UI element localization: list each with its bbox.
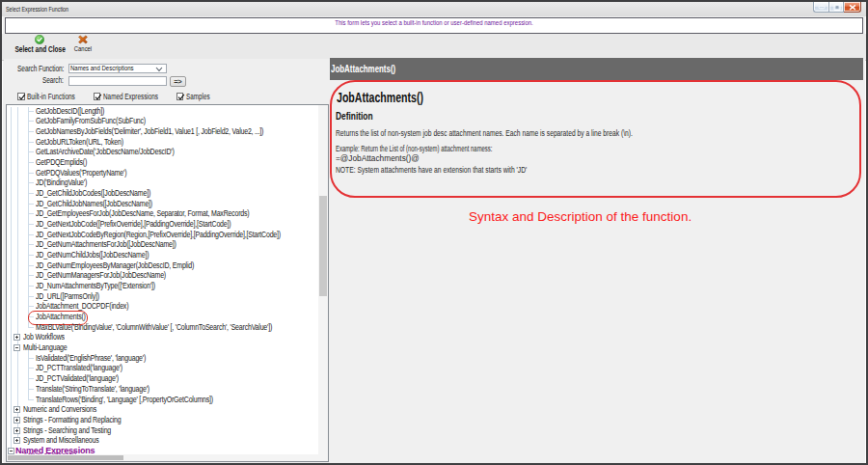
expand-icon[interactable] — [14, 334, 20, 341]
tree-connector — [28, 358, 35, 359]
tree-item-label: GetJobFamilyFromSubFunc(SubFunc) — [36, 116, 146, 126]
tree-item-jd-getemployeesforjob-jobdescname-separator-format-maxrecords[interactable]: JD_GetEmployeesForJob(JobDescName, Separ… — [7, 208, 329, 219]
tree-item-jd-getnumemployeesbymanager-jobdescid-emplid[interactable]: JD_GetNumEmployeesByManager(JobDescID, E… — [7, 260, 329, 271]
close-button[interactable] — [844, 2, 861, 13]
expand-icon[interactable] — [14, 437, 20, 444]
search-go-button[interactable]: => — [170, 76, 187, 87]
minimize-icon — [814, 2, 829, 14]
definition-body-line: Returns the list of non-system job desc … — [336, 128, 633, 138]
tree-item-jd-getchildjobcodes-jobdescname[interactable]: JD_GetChildJobCodes([JobDescName]) — [7, 188, 329, 199]
tree-item-jd-getnextjobcodebyregion-region-prefixoverride-paddingoverride-startcode[interactable]: JD_GetNextJobCodeByRegion(Region,[Prefix… — [7, 230, 329, 240]
tree-connector — [28, 213, 35, 214]
tree-item-getlastarchivedate-jobdescname-jobdescid[interactable]: GetLastArchiveDate('JobDescName/JobDescI… — [7, 147, 329, 157]
tree-connector — [28, 389, 35, 390]
tree-item-maxblvalue-bindingvalue-columnwithvalue-columntosearch-searchvalue[interactable]: MaxBLValue('BindingValue', 'ColumnWithVa… — [7, 322, 329, 333]
tree-item-numeric-and-conversions[interactable]: Numeric and Conversions — [7, 404, 329, 415]
tree-item-label: GetJobURLToken(URL, Token) — [36, 137, 123, 148]
cancel-x-icon — [78, 35, 88, 44]
checkbox-checked-icon[interactable] — [176, 93, 184, 100]
syntax-annotation: Syntax and Description of the function. — [469, 209, 692, 224]
tree-item-label: JD_GetNextJobCode([PrefixOverride],[Padd… — [36, 219, 231, 230]
tree-item-jd-getnumchildjobs-jobdescname[interactable]: JD_GetNumChildJobs([JobDescName]) — [7, 250, 329, 260]
tree-item-label: JD_GetChildJobCodes([JobDescName]) — [36, 188, 150, 199]
tree-connector — [28, 286, 35, 287]
maximize-button[interactable] — [828, 2, 844, 13]
tree-item-getpdqvalues-propertyname[interactable]: GetPDQValues('PropertyName') — [7, 168, 329, 178]
tree-connector — [28, 121, 35, 122]
tree-connector — [28, 111, 35, 112]
tree-item-jd-getnummanagersforjob-jobdescname[interactable]: JD_GetNumManagersForJob(JobDescName) — [7, 270, 329, 281]
info-banner-text: This form lets you select a built-in fun… — [114, 18, 754, 28]
selected-function-header-text: JobAttachments() — [331, 64, 395, 74]
cancel-button[interactable]: Cancel — [66, 35, 100, 60]
tree-connector — [28, 327, 35, 328]
tree-connector — [28, 399, 35, 400]
expand-icon[interactable] — [14, 406, 20, 413]
tree-item-label: JD_GetNumEmployeesByManager(JobDescID, E… — [36, 260, 194, 271]
tree-item-jd-getchildjobnames-jobdescname[interactable]: JD_GetChildJobNames([JobDescName]) — [7, 199, 329, 209]
tree-item-strings-searching-and-testing[interactable]: Strings - Searching and Testing — [7, 425, 329, 436]
tree-item-getjoburltoken-url-token[interactable]: GetJobURLToken(URL, Token) — [7, 137, 329, 148]
maximize-icon — [829, 2, 845, 14]
window-title: Select Expression Function — [6, 5, 68, 14]
tree-item-label: JD_GetChildJobNames([JobDescName]) — [36, 199, 152, 209]
selected-function-header: JobAttachments() — [330, 58, 863, 80]
tree-item-jd-pctvalidated-language[interactable]: JD_PCTValidated('language') — [7, 373, 329, 384]
tree-item-jd-getnumattachmentsforjob-jobdescname[interactable]: JD_GetNumAttachmentsForJob([JobDescName]… — [7, 239, 329, 250]
tree-item-label: JD_GetNumManagersForJob(JobDescName) — [36, 270, 166, 281]
tree-connector — [28, 131, 35, 132]
example-line-2: =@JobAttachments()@ — [336, 153, 420, 163]
tree-item-multi-language[interactable]: Multi-Language — [7, 342, 329, 353]
tree-item-jd-url-parmsonly[interactable]: JD_URL([ParmsOnly]) — [7, 291, 329, 302]
tree-item-translaterows-binding-language-propertyorgetcolumns[interactable]: TranslateRows('Binding', 'Language' [,Pr… — [7, 395, 329, 405]
definition-label: Definition — [336, 110, 373, 122]
tree-vertical-scrollbar[interactable] — [318, 105, 328, 461]
tree-item-getjobfamilyfromsubfunc-subfunc[interactable]: GetJobFamilyFromSubFunc(SubFunc) — [7, 116, 329, 126]
tree-connector — [28, 204, 35, 205]
tree-item-job-workflows[interactable]: Job Workflows — [7, 332, 329, 342]
minimize-button[interactable] — [813, 2, 828, 13]
tree-item-strings-formatting-and-replacing[interactable]: Strings - Formatting and Replacing — [7, 415, 329, 425]
tree-item-label: TranslateRows('Binding', 'Language' [,Pr… — [36, 395, 213, 405]
right-panel: JobAttachments() JobAttachments() Defini… — [330, 59, 865, 464]
tree-item-label: Strings - Searching and Testing — [23, 425, 111, 436]
checkbox-checked-icon[interactable] — [94, 93, 101, 100]
collapse-icon[interactable] — [14, 344, 20, 351]
function-tree: GetJobDescID([Length])GetJobFamilyFromSu… — [6, 104, 330, 462]
tree-item-jobattachments[interactable]: JobAttachments() — [7, 312, 329, 322]
tree-item-getjobdescid-length[interactable]: GetJobDescID([Length]) — [7, 106, 329, 117]
example-line-1: Example: Return the List of (non-system)… — [336, 144, 492, 153]
left-panel: Search Function: Names and Descriptions … — [4, 59, 332, 464]
tree-item-label: MaxBLValue('BindingValue', 'ColumnWithVa… — [36, 322, 272, 333]
tree-hscroll-thumb[interactable] — [8, 455, 123, 460]
tree-connector — [28, 378, 35, 379]
tree-item-jd-pcttranslated-language[interactable]: JD_PCTTranslated('language') — [7, 363, 329, 373]
tree-item-label: Job Workflows — [23, 332, 65, 342]
tree-item-translate-stringtotranslate-language[interactable]: Translate('StringToTranslate', 'language… — [7, 384, 329, 395]
tree-connector — [28, 255, 35, 256]
expand-icon[interactable] — [14, 427, 20, 434]
tree-item-jd-bindingvalue[interactable]: JD('BindingValue') — [7, 178, 329, 188]
checkbox-checked-icon[interactable] — [17, 93, 25, 100]
tree-vscroll-thumb[interactable] — [319, 196, 327, 296]
tree-horizontal-scrollbar[interactable] — [7, 454, 319, 461]
tree-connector — [28, 173, 35, 174]
search-function-value: Names and Descriptions — [70, 64, 134, 72]
tree-item-label: GetLastArchiveDate('JobDescName/JobDescI… — [36, 147, 175, 157]
select-and-close-button[interactable]: Select and Close — [5, 35, 74, 60]
tree-item-label: GetPDQEmplids() — [36, 157, 87, 168]
tree-item-getjobnamesbyjobfields-delimiter-jobfield1-value1-jobfield2-value2[interactable]: GetJobNamesByJobFields('Delimiter', JobF… — [7, 126, 329, 137]
tree-item-label: JD('BindingValue') — [36, 178, 87, 188]
tree-connector — [28, 182, 35, 183]
tree-item-isvalidated-englishphrase-language[interactable]: IsValidated('EnglishPhrase', 'language') — [7, 353, 329, 364]
search-function-dropdown[interactable]: Names and Descriptions — [68, 64, 167, 73]
titlebar: Select Expression Function — [2, 2, 866, 16]
tree-item-jd-numattachmentsbytype-extension[interactable]: JD_NumAttachmentsByType(['Extension']) — [7, 281, 329, 291]
tree-item-getpdqemplids[interactable]: GetPDQEmplids() — [7, 157, 329, 168]
tree-connector — [28, 142, 35, 143]
filter-label: Built-in Functions — [27, 92, 75, 101]
search-input[interactable] — [68, 76, 167, 86]
expand-icon[interactable] — [14, 417, 20, 424]
tree-item-jd-getnextjobcode-prefixoverride-paddingoverride-startcode[interactable]: JD_GetNextJobCode([PrefixOverride],[Padd… — [7, 219, 329, 230]
tree-connector — [28, 193, 35, 194]
